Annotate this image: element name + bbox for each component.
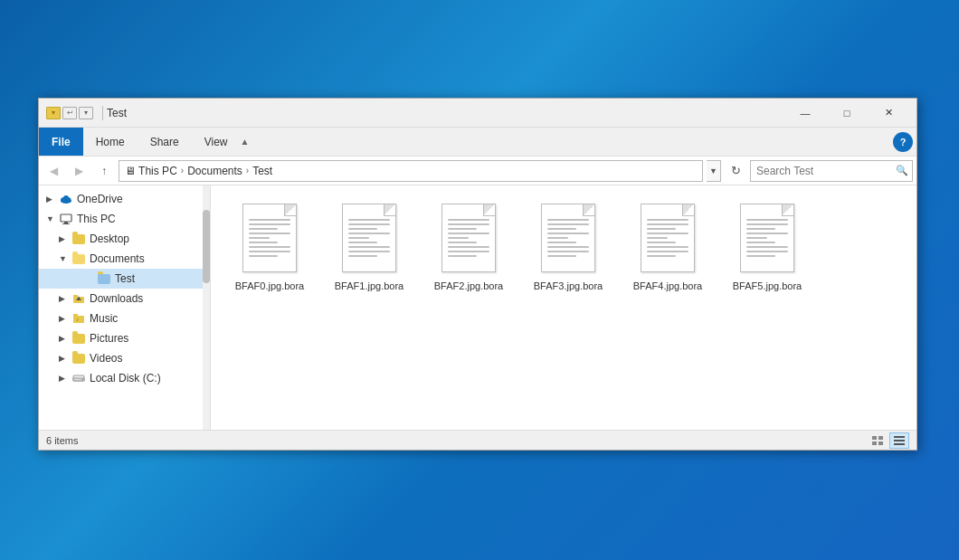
file-item-4[interactable]: BFAF4.jpg.bora <box>627 200 708 296</box>
pc-icon-sidebar <box>59 213 73 225</box>
title-bar-icons: ▾ ↩ ▾ <box>46 107 93 119</box>
tree-arrow-desktop: ▶ <box>59 234 71 243</box>
svg-rect-22 <box>894 440 905 441</box>
breadcrumb-arrow-2: › <box>246 166 249 176</box>
sidebar-scrollbar[interactable] <box>203 185 210 430</box>
sidebar-label-downloads: Downloads <box>90 292 143 305</box>
address-dropdown-btn[interactable]: ▼ <box>707 160 721 182</box>
sidebar-item-pictures[interactable]: ▶ Pictures <box>39 328 210 348</box>
sidebar-item-test[interactable]: Test <box>39 269 210 289</box>
svg-rect-20 <box>878 441 883 445</box>
sidebar-scrollbar-thumb[interactable] <box>203 210 210 283</box>
undo-title-icon: ↩ <box>62 107 77 119</box>
title-bar: ▾ ↩ ▾ Test — □ ✕ <box>39 99 916 128</box>
svg-rect-18 <box>878 436 883 440</box>
pin-title-icon: ▾ <box>79 107 93 119</box>
file-thumbnail-0 <box>237 204 302 276</box>
view-toggles <box>868 432 909 449</box>
address-bar: ◀ ▶ ↑ 🖥 This PC › Documents › Test ▼ ↻ 🔍 <box>39 157 916 185</box>
sidebar-item-this-pc[interactable]: ▼ This PC <box>39 209 210 229</box>
file-item-1[interactable]: BFAF1.jpg.bora <box>328 200 410 296</box>
breadcrumb-part-documents[interactable]: Documents <box>187 165 242 177</box>
breadcrumb-part-test[interactable]: Test <box>252 165 272 177</box>
minimize-button[interactable]: — <box>784 99 826 128</box>
sidebar-item-downloads[interactable]: ▶ Downloads <box>39 289 210 308</box>
help-button[interactable]: ? <box>893 132 913 152</box>
tab-home[interactable]: Home <box>83 128 138 156</box>
breadcrumb-arrow-1: › <box>181 166 184 176</box>
window-controls: — □ ✕ <box>784 99 909 128</box>
status-count: 6 items <box>46 435 78 446</box>
sidebar-label-this-pc: This PC <box>77 213 116 225</box>
sidebar-label-music: Music <box>90 312 118 325</box>
tree-arrow-this-pc: ▼ <box>46 214 59 223</box>
status-bar: 6 items <box>39 430 916 450</box>
tree-arrow-local-disk: ▶ <box>59 374 71 383</box>
maximize-button[interactable]: □ <box>826 99 868 128</box>
file-thumbnail-2 <box>436 204 501 276</box>
file-item-3[interactable]: BFAF3.jpg.bora <box>527 200 609 296</box>
file-thumbnail-1 <box>337 204 402 276</box>
window-title: Test <box>107 107 784 119</box>
file-item-0[interactable]: BFAF0.jpg.bora <box>229 200 310 296</box>
search-input[interactable] <box>756 165 892 177</box>
pc-icon: 🖥 <box>125 165 136 177</box>
file-name-0: BFAF0.jpg.bora <box>235 280 304 292</box>
search-icon[interactable]: 🔍 <box>896 165 908 176</box>
sidebar-item-videos[interactable]: ▶ Videos <box>39 348 210 368</box>
ribbon-collapse-icon[interactable]: ▲ <box>241 137 250 147</box>
file-name-4: BFAF4.jpg.bora <box>633 280 702 292</box>
address-field[interactable]: 🖥 This PC › Documents › Test <box>119 160 703 182</box>
tree-arrow-music: ▶ <box>59 314 71 323</box>
tab-share[interactable]: Share <box>138 128 192 156</box>
sidebar-item-local-disk[interactable]: ▶ Local Disk (C:) <box>39 368 210 388</box>
svg-rect-11 <box>73 316 84 323</box>
folder-title-icon: ▾ <box>46 107 61 119</box>
sidebar-item-music[interactable]: ▶ ♪ Music <box>39 308 210 328</box>
file-name-2: BFAF2.jpg.bora <box>434 280 503 292</box>
folder-icon-downloads <box>71 292 86 305</box>
svg-rect-8 <box>73 295 78 298</box>
ribbon: File Home Share View ▲ ? <box>39 128 916 157</box>
tree-arrow-pictures: ▶ <box>59 334 71 343</box>
tab-view[interactable]: View <box>192 128 241 156</box>
file-name-1: BFAF1.jpg.bora <box>335 280 404 292</box>
sidebar-label-videos: Videos <box>90 352 122 365</box>
forward-button[interactable]: ▶ <box>68 160 90 182</box>
main-area: ▶ OneDrive ▼ This PC ▶ <box>39 185 916 430</box>
svg-rect-17 <box>872 436 877 440</box>
grid-view-button[interactable] <box>889 432 909 449</box>
folder-icon-music: ♪ <box>71 312 86 325</box>
search-box: 🔍 <box>750 160 913 182</box>
sidebar-item-documents[interactable]: ▼ Documents <box>39 249 210 269</box>
sidebar-label-onedrive: OneDrive <box>77 193 123 205</box>
list-view-button[interactable] <box>868 432 888 449</box>
svg-rect-4 <box>61 214 71 222</box>
tree-arrow-documents: ▼ <box>59 254 71 263</box>
back-button[interactable]: ◀ <box>43 160 64 182</box>
sidebar-item-desktop[interactable]: ▶ Desktop <box>39 229 210 249</box>
breadcrumb-part-pc[interactable]: 🖥 This PC <box>125 165 177 177</box>
title-bar-separator <box>102 106 103 120</box>
sidebar-label-desktop: Desktop <box>90 233 129 245</box>
sidebar-label-local-disk: Local Disk (C:) <box>90 372 161 384</box>
svg-rect-6 <box>62 223 70 224</box>
file-thumbnail-3 <box>536 204 601 276</box>
refresh-button[interactable]: ↻ <box>725 160 746 182</box>
close-button[interactable]: ✕ <box>868 99 909 128</box>
sidebar-scroll: ▶ OneDrive ▼ This PC ▶ <box>39 185 210 430</box>
file-name-3: BFAF3.jpg.bora <box>534 280 603 292</box>
tab-file[interactable]: File <box>39 128 83 156</box>
svg-point-16 <box>81 379 83 381</box>
sidebar-item-onedrive[interactable]: ▶ OneDrive <box>39 189 210 209</box>
sidebar: ▶ OneDrive ▼ This PC ▶ <box>39 185 211 430</box>
svg-rect-21 <box>894 436 905 438</box>
file-item-2[interactable]: BFAF2.jpg.bora <box>428 200 509 296</box>
file-grid: BFAF0.jpg.boraBFAF1.jpg.boraBFAF2.jpg.bo… <box>211 185 916 430</box>
folder-icon-documents <box>71 252 86 265</box>
file-name-5: BFAF5.jpg.bora <box>733 280 802 292</box>
up-button[interactable]: ↑ <box>93 160 115 182</box>
file-item-5[interactable]: BFAF5.jpg.bora <box>726 200 808 296</box>
file-thumbnail-4 <box>635 204 700 276</box>
folder-icon-desktop <box>71 233 86 245</box>
